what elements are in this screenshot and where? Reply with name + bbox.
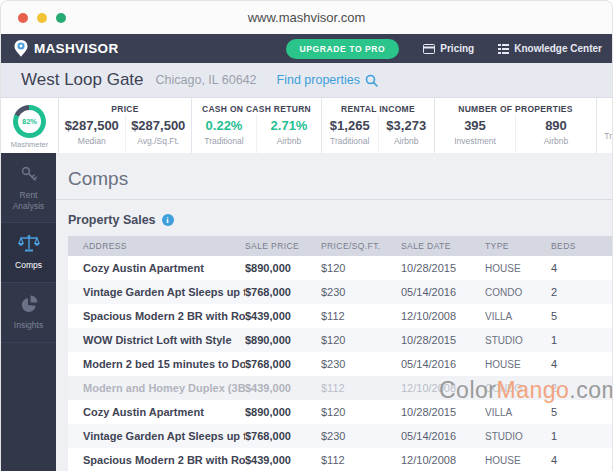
cell-sale-date: 05/14/2016 xyxy=(401,430,485,442)
cell-beds: 4 xyxy=(551,262,612,274)
browser-chrome: www.mashvisor.com xyxy=(1,1,612,34)
cell-price-sqft: $120 xyxy=(321,334,401,346)
stat-value: 2.71% xyxy=(271,118,308,133)
stat-label: Airbnb xyxy=(394,136,419,146)
pricing-link[interactable]: Pricing xyxy=(423,43,474,54)
cell-sale-price: $439,000 xyxy=(245,382,321,394)
mashmeter-label: Mashmeter xyxy=(11,140,49,149)
cell-sale-date: 12/10/2008 xyxy=(401,382,485,394)
stat-truncated-column: Tr xyxy=(597,98,612,153)
cell-address: Cozy Austin Apartment xyxy=(68,406,245,418)
cell-sale-date: 12/10/2008 xyxy=(401,454,485,466)
location-header: West Loop Gate Chicago, IL 60642 Find pr… xyxy=(1,63,612,98)
table-row[interactable]: Vintage Garden Apt Sleeps up to 7 $768,0… xyxy=(68,424,612,448)
info-icon[interactable]: i xyxy=(162,214,174,226)
stat-label: Avg./Sq.Ft. xyxy=(137,136,179,146)
knowledge-center-label: Knowledge Center xyxy=(514,43,602,54)
cell-beds: 4 xyxy=(551,454,612,466)
stat-label: Investment xyxy=(454,136,496,146)
stat-value: 0.22% xyxy=(206,118,243,133)
table-row[interactable]: WOW District Loft with Style $890,000 $1… xyxy=(68,328,612,352)
cell-sale-price: $890,000 xyxy=(245,262,321,274)
table-row[interactable]: Cozy Austin Apartment $890,000 $120 10/2… xyxy=(68,400,612,424)
table-row[interactable]: Modern 2 bed 15 minutes to Downtown $768… xyxy=(68,352,612,376)
map-pin-icon xyxy=(13,39,29,58)
upgrade-to-pro-button[interactable]: UPGRADE TO PRO xyxy=(286,39,400,59)
sidebar-item-rent-analysis[interactable]: Rent Analysis xyxy=(1,153,56,223)
main-content: Comps Property Sales i ADDRESS SALE PRIC… xyxy=(56,153,612,471)
pricing-label: Pricing xyxy=(440,43,474,54)
stat-group-title: PRICE xyxy=(59,104,191,114)
knowledge-list-icon xyxy=(498,44,509,54)
cell-price-sqft: $230 xyxy=(321,286,401,298)
stat-label: Traditional xyxy=(330,136,369,146)
table-row[interactable]: Cozy Austin Apartment $890,000 $120 10/2… xyxy=(68,256,612,280)
key-icon xyxy=(19,164,39,184)
cell-address: Modern and Homey Duplex (3Br-3Ba) xyxy=(68,382,245,394)
cell-beds: 5 xyxy=(551,310,612,322)
cell-beds: 4 xyxy=(551,358,612,370)
cell-beds: 5 xyxy=(551,406,612,418)
table-body: Cozy Austin Apartment $890,000 $120 10/2… xyxy=(68,256,612,471)
find-properties-link[interactable]: Find properties xyxy=(277,73,378,87)
table-header: ADDRESS SALE PRICE PRICE/SQ.FT. SALE DAT… xyxy=(68,236,612,256)
cell-type: HOUSE xyxy=(485,263,551,274)
pie-chart-icon xyxy=(19,294,39,314)
mashvisor-logo[interactable]: MASHVISOR xyxy=(13,39,118,58)
cell-price-sqft: $112 xyxy=(321,310,401,322)
cell-sale-date: 10/28/2015 xyxy=(401,262,485,274)
mashmeter-ring: 82% xyxy=(13,105,46,138)
browser-window: www.mashvisor.com MASHVISOR UPGRADE TO P… xyxy=(0,0,613,471)
stat-rental-traditional: $1,265 Traditional xyxy=(322,114,378,153)
cell-type: VILLA xyxy=(485,311,551,322)
sidebar-item-label: Comps xyxy=(15,260,42,271)
scales-icon xyxy=(18,234,40,254)
column-header-sale-price: SALE PRICE xyxy=(245,241,321,251)
sidebar-item-comps[interactable]: Comps xyxy=(1,223,56,283)
left-sidebar: Rent Analysis Comps xyxy=(1,153,56,471)
cell-price-sqft: $230 xyxy=(321,358,401,370)
table-row[interactable]: Spacious Modern 2 BR with Roof Deck $439… xyxy=(68,304,612,328)
address-bar[interactable]: www.mashvisor.com xyxy=(1,10,612,25)
cell-sale-date: 12/10/2008 xyxy=(401,310,485,322)
stat-group-title: NUMBER OF PROPERTIES xyxy=(435,104,596,114)
stat-price-avg-sqft: $287,500 Avg./Sq.Ft. xyxy=(125,114,192,153)
cell-type: HOUSE xyxy=(485,359,551,370)
cell-sale-price: $890,000 xyxy=(245,334,321,346)
stat-properties-airbnb: 890 Airbnb xyxy=(515,114,596,153)
find-properties-label: Find properties xyxy=(277,73,360,87)
cell-price-sqft: $120 xyxy=(321,406,401,418)
table-row[interactable]: Vintage Garden Apt Sleeps up to 7 $768,0… xyxy=(68,280,612,304)
knowledge-center-link[interactable]: Knowledge Center xyxy=(498,43,602,54)
cell-address: Spacious Modern 2 BR with Roof Deck xyxy=(68,310,245,322)
brand-name: MASHVISOR xyxy=(34,41,118,56)
stat-group-title: RENTAL INCOME xyxy=(322,104,434,114)
cell-beds: 1 xyxy=(551,430,612,442)
cell-sale-date: 05/14/2016 xyxy=(401,286,485,298)
column-header-sale-date: SALE DATE xyxy=(401,241,485,251)
cell-price-sqft: $230 xyxy=(321,430,401,442)
cell-address: Cozy Austin Apartment xyxy=(68,262,245,274)
cell-type: VILLA xyxy=(485,407,551,418)
stat-value: $287,500 xyxy=(65,118,119,133)
table-row[interactable]: Spacious Modern 2 BR with Roof Deck $439… xyxy=(68,448,612,471)
cell-price-sqft: $112 xyxy=(321,382,401,394)
cell-beds: 2 xyxy=(551,382,612,394)
cell-sale-price: $439,000 xyxy=(245,310,321,322)
property-sales-table: ADDRESS SALE PRICE PRICE/SQ.FT. SALE DAT… xyxy=(68,236,612,471)
section-title: Property Sales xyxy=(68,213,156,227)
page-title: Comps xyxy=(68,168,612,190)
cell-type: CONDO xyxy=(485,287,551,298)
cell-sale-price: $890,000 xyxy=(245,406,321,418)
cell-address: Vintage Garden Apt Sleeps up to 7 xyxy=(68,430,245,442)
cell-address: Modern 2 bed 15 minutes to Downtown xyxy=(68,358,245,370)
cell-beds: 2 xyxy=(551,286,612,298)
mashmeter-value: 82% xyxy=(18,110,41,133)
sidebar-item-insights[interactable]: Insights xyxy=(1,283,56,343)
cell-beds: 1 xyxy=(551,334,612,346)
title-divider xyxy=(56,199,612,200)
table-row[interactable]: Modern and Homey Duplex (3Br-3Ba) $439,0… xyxy=(68,376,612,400)
cell-sale-price: $768,000 xyxy=(245,430,321,442)
stat-value: $3,273 xyxy=(386,118,426,133)
stat-label: Median xyxy=(78,136,106,146)
